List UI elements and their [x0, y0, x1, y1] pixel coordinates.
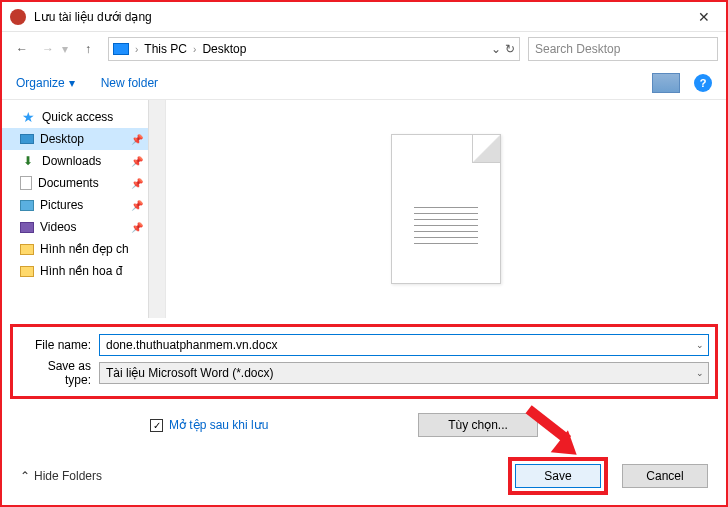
- pictures-icon: [20, 200, 34, 211]
- caret-up-icon: ⌃: [20, 469, 30, 483]
- dialog-footer: ⌃ Hide Folders Save Cancel: [2, 457, 726, 495]
- document-icon: [20, 176, 32, 190]
- pc-icon: [113, 43, 129, 55]
- cancel-button[interactable]: Cancel: [622, 464, 708, 488]
- desktop-icon: [20, 134, 34, 144]
- folder-icon: [20, 244, 34, 255]
- toolbar: Organize ▾ New folder ?: [2, 66, 726, 100]
- chevron-down-icon[interactable]: ⌄: [696, 368, 704, 378]
- document-preview-icon: [391, 134, 501, 284]
- window-title: Lưu tài liệu dưới dạng: [34, 10, 681, 24]
- address-dropdown-icon[interactable]: ⌄: [491, 42, 501, 56]
- refresh-icon[interactable]: ↻: [505, 42, 515, 56]
- filename-label: File name:: [19, 338, 99, 352]
- folder-icon: [20, 266, 34, 277]
- hide-folders-toggle[interactable]: ⌃ Hide Folders: [20, 469, 102, 483]
- chevron-down-icon[interactable]: ⌄: [696, 340, 704, 350]
- pin-icon: 📌: [131, 222, 143, 233]
- up-button[interactable]: ↑: [76, 37, 100, 61]
- breadcrumb-pc[interactable]: This PC: [144, 42, 187, 56]
- back-button[interactable]: ←: [10, 37, 34, 61]
- sidebar-item-quick-access[interactable]: ★Quick access: [2, 106, 165, 128]
- app-icon: [10, 9, 26, 25]
- new-folder-button[interactable]: New folder: [101, 76, 158, 90]
- search-input[interactable]: Search Desktop: [528, 37, 718, 61]
- options-area: ✓ Mở tệp sau khi lưu Tùy chọn...: [2, 399, 726, 437]
- download-icon: ⬇: [20, 153, 36, 169]
- sidebar-item-folder[interactable]: Hình nền đẹp ch: [2, 238, 165, 260]
- organize-button[interactable]: Organize ▾: [16, 76, 75, 90]
- forward-button[interactable]: →: [36, 37, 60, 61]
- save-highlight: Save: [508, 457, 608, 495]
- filename-input[interactable]: done.thuthuatphanmem.vn.docx ⌄: [99, 334, 709, 356]
- save-fields-highlight: File name: done.thuthuatphanmem.vn.docx …: [10, 324, 718, 399]
- pin-icon: 📌: [131, 178, 143, 189]
- close-button[interactable]: ✕: [681, 2, 726, 32]
- sidebar-item-downloads[interactable]: ⬇Downloads📌: [2, 150, 165, 172]
- pin-icon: 📌: [131, 156, 143, 167]
- sidebar: ★Quick access Desktop📌 ⬇Downloads📌 Docum…: [2, 100, 166, 318]
- open-after-save-checkbox[interactable]: ✓ Mở tệp sau khi lưu: [150, 418, 268, 432]
- pin-icon: 📌: [131, 134, 143, 145]
- sidebar-item-desktop[interactable]: Desktop📌: [2, 128, 165, 150]
- sidebar-item-pictures[interactable]: Pictures📌: [2, 194, 165, 216]
- options-button[interactable]: Tùy chọn...: [418, 413, 538, 437]
- main-area: ★Quick access Desktop📌 ⬇Downloads📌 Docum…: [2, 100, 726, 318]
- filetype-label: Save as type:: [19, 359, 99, 387]
- breadcrumb-desktop[interactable]: Desktop: [202, 42, 246, 56]
- sidebar-item-documents[interactable]: Documents📌: [2, 172, 165, 194]
- title-bar: Lưu tài liệu dưới dạng ✕: [2, 2, 726, 32]
- save-button[interactable]: Save: [515, 464, 601, 488]
- file-preview-pane[interactable]: [166, 100, 726, 318]
- view-options-button[interactable]: [652, 73, 680, 93]
- chevron-icon: ›: [193, 44, 196, 55]
- checkbox-icon: ✓: [150, 419, 163, 432]
- videos-icon: [20, 222, 34, 233]
- help-button[interactable]: ?: [694, 74, 712, 92]
- history-dropdown[interactable]: ▾: [62, 42, 74, 56]
- star-icon: ★: [20, 109, 36, 125]
- pin-icon: 📌: [131, 200, 143, 211]
- nav-bar: ← → ▾ ↑ › This PC › Desktop ⌄ ↻ Search D…: [2, 32, 726, 66]
- filetype-select[interactable]: Tài liệu Microsoft Word (*.docx) ⌄: [99, 362, 709, 384]
- sidebar-item-folder[interactable]: Hình nền hoa đ: [2, 260, 165, 282]
- search-placeholder: Search Desktop: [535, 42, 620, 56]
- sidebar-item-videos[interactable]: Videos📌: [2, 216, 165, 238]
- chevron-icon: ›: [135, 44, 138, 55]
- address-bar[interactable]: › This PC › Desktop ⌄ ↻: [108, 37, 520, 61]
- chevron-down-icon: ▾: [69, 76, 75, 90]
